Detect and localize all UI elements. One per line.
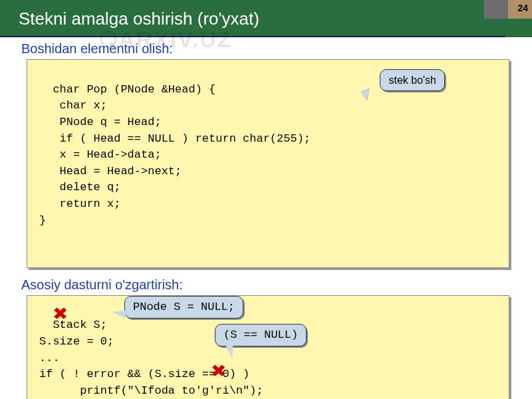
- title-underline: [0, 36, 505, 37]
- callout-tail-icon: [361, 88, 374, 101]
- slide-header: Stekni amalga oshirish (ro'yxat) 24: [0, 0, 532, 37]
- cross-out-icon: ✖: [211, 361, 227, 384]
- callout-replacement-cond: (S == NULL): [215, 324, 307, 347]
- code-block-main: Stack S; S.size = 0; ... if ( ! error &&…: [27, 295, 509, 399]
- header-decor-gray: [484, 0, 508, 19]
- callout-replacement-decl: PNode S = NULL;: [124, 296, 243, 319]
- section2-heading: Asosiy dasturni o'zgartirish:: [0, 273, 532, 295]
- cross-out-icon: ✖: [53, 304, 68, 327]
- section1-heading: Boshidan elementni olish:: [0, 37, 532, 59]
- page-number: 24: [517, 3, 528, 13]
- header-decor-tan: 24: [508, 0, 532, 19]
- code-block-pop: char Pop (PNode &Head) { char x; PNode q…: [27, 59, 509, 268]
- slide-title: Stekni amalga oshirish (ro'yxat): [0, 9, 259, 29]
- code-text: char Pop (PNode &Head) { char x; PNode q…: [39, 83, 311, 227]
- callout-tail-icon: [112, 308, 126, 318]
- callout-stack-empty: stek bo'sh: [380, 69, 445, 91]
